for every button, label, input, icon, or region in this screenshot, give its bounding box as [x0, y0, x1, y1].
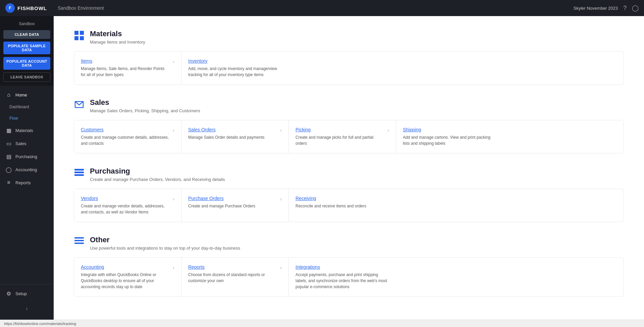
sidebar-item-reports-label: Reports — [15, 180, 31, 185]
section-purchasing-info: Purchasing Create and manage Purchase Or… — [90, 167, 225, 182]
card-integrations[interactable]: Integrations Accept payments, purchase a… — [289, 258, 396, 297]
purchasing-cards-row: Vendors Create and manage vendor details… — [74, 189, 624, 222]
svg-rect-2 — [74, 36, 78, 40]
svg-rect-0 — [74, 31, 78, 35]
sandbox-section: Sandbox CLEAR DATA POPULATE SAMPLE DATA … — [0, 16, 54, 86]
card-vendors-content: Vendors Create and manage vendor details… — [81, 196, 170, 215]
reports-icon: ≡ — [5, 180, 12, 186]
section-materials-title: Materials — [90, 29, 145, 38]
sidebar-item-purchasing[interactable]: ▤ Purchasing — [0, 150, 54, 163]
logo-container: F FISHBOWL — [5, 3, 47, 13]
card-inventory-desc: Add, move, and cycle Inventory and manag… — [188, 66, 282, 78]
leave-sandbox-button[interactable]: LEAVE SANDBOX — [3, 72, 50, 82]
card-customers[interactable]: Customers Create and manage customer det… — [74, 120, 181, 153]
help-icon[interactable]: ? — [623, 5, 627, 12]
fishbowl-logo-icon: F — [5, 3, 15, 13]
card-purchase-orders-desc: Create and manage Purchase Orders — [188, 203, 277, 209]
populate-sample-button[interactable]: POPULATE SAMPLE DATA — [3, 42, 50, 54]
card-accounting[interactable]: Accounting Integrate with either QuickBo… — [74, 258, 181, 297]
svg-rect-9 — [74, 243, 84, 244]
section-sales-info: Sales Manage Sales Orders, Picking, Ship… — [90, 98, 200, 113]
svg-rect-6 — [74, 174, 84, 176]
other-section-icon — [74, 236, 85, 248]
card-reports[interactable]: Reports Choose from dozens of standard r… — [181, 258, 289, 297]
card-customers-content: Customers Create and manage customer det… — [81, 127, 170, 146]
card-accounting-title[interactable]: Accounting — [81, 264, 170, 270]
sidebar-item-reports[interactable]: ≡ Reports — [0, 176, 54, 189]
card-accounting-arrow: › — [173, 265, 174, 270]
card-integrations-content: Integrations Accept payments, purchase a… — [296, 264, 389, 290]
sidebar-item-materials[interactable]: ▦ Materials — [0, 124, 54, 137]
section-sales-desc: Manage Sales Orders, Picking, Shipping, … — [90, 108, 200, 113]
svg-rect-5 — [74, 172, 84, 173]
section-purchasing: Purchasing Create and manage Purchase Or… — [74, 167, 624, 222]
materials-section-icon — [74, 30, 85, 43]
section-sales: Sales Manage Sales Orders, Picking, Ship… — [74, 98, 624, 153]
card-receiving[interactable]: Receiving Reconcile and receive items an… — [289, 189, 396, 222]
card-shipping-desc: Add and manage cartons. View and print p… — [403, 134, 497, 146]
card-picking-title[interactable]: Picking — [296, 127, 385, 132]
card-items-desc: Manage Items, Sale Items, and Reorder Po… — [81, 66, 170, 78]
card-customers-desc: Create and manage customer details, addr… — [81, 134, 170, 146]
card-inventory-title[interactable]: Inventory — [188, 58, 282, 64]
clear-data-button[interactable]: CLEAR DATA — [3, 30, 50, 39]
section-sales-header: Sales Manage Sales Orders, Picking, Ship… — [74, 98, 624, 113]
card-picking[interactable]: Picking Create and manage picks for full… — [289, 120, 396, 153]
sales-icon: ▭ — [5, 140, 12, 147]
sidebar: Sandbox CLEAR DATA POPULATE SAMPLE DATA … — [0, 16, 54, 320]
card-accounting-content: Accounting Integrate with either QuickBo… — [81, 264, 170, 290]
card-integrations-title[interactable]: Integrations — [296, 264, 389, 270]
sidebar-item-sales-label: Sales — [15, 141, 26, 146]
materials-cards-row: Items Manage Items, Sale Items, and Reor… — [74, 51, 624, 85]
card-shipping-content: Shipping Add and manage cartons. View an… — [403, 127, 497, 146]
card-reports-title[interactable]: Reports — [188, 264, 277, 270]
card-vendors[interactable]: Vendors Create and manage vendor details… — [74, 189, 181, 222]
sidebar-item-home[interactable]: ⌂ Home — [0, 88, 54, 101]
card-spacer-1 — [289, 52, 396, 84]
card-inventory[interactable]: Inventory Add, move, and cycle Inventory… — [181, 52, 289, 84]
card-sales-orders-desc: Manage Sales Order details and payments — [188, 134, 277, 140]
sidebar-collapse-button[interactable]: ‹ — [0, 303, 54, 314]
card-vendors-desc: Create and manage vendor details, addres… — [81, 203, 170, 215]
card-inventory-content: Inventory Add, move, and cycle Inventory… — [188, 58, 282, 78]
sidebar-item-dashboard-label: Dashboard — [9, 105, 29, 109]
sidebar-item-materials-label: Materials — [15, 128, 33, 133]
setup-icon: ⚙ — [5, 290, 12, 297]
section-materials: Materials Manage Items and Inventory Ite… — [74, 29, 624, 85]
section-other-info: Other Use powerful tools and integration… — [90, 236, 240, 251]
card-accounting-desc: Integrate with either QuickBooks Online … — [81, 272, 170, 290]
purchasing-section-icon — [74, 168, 85, 179]
status-url: https://fishbowlonline.com/materials/tra… — [4, 322, 76, 326]
sidebar-item-setup[interactable]: ⚙ Setup — [0, 287, 54, 300]
card-purchase-orders-content: Purchase Orders Create and manage Purcha… — [188, 196, 277, 209]
card-sales-orders-title[interactable]: Sales Orders — [188, 127, 277, 132]
sidebar-item-flow[interactable]: Flow — [0, 113, 54, 124]
card-items-title[interactable]: Items — [81, 58, 170, 64]
card-receiving-title[interactable]: Receiving — [296, 196, 389, 201]
card-shipping-title[interactable]: Shipping — [403, 127, 497, 132]
card-purchase-orders-title[interactable]: Purchase Orders — [188, 196, 277, 201]
card-purchase-orders[interactable]: Purchase Orders Create and manage Purcha… — [181, 189, 289, 222]
card-vendors-title[interactable]: Vendors — [81, 196, 170, 201]
topbar-user: Skyler November 2023 — [574, 6, 618, 11]
card-other-spacer — [396, 258, 503, 297]
section-other-title: Other — [90, 236, 240, 244]
topbar-left: F FISHBOWL Sandbox Environment — [5, 3, 104, 13]
populate-account-button[interactable]: POPULATE ACCOUNT DATA — [3, 57, 50, 70]
card-sales-orders[interactable]: Sales Orders Manage Sales Order details … — [181, 120, 289, 153]
sidebar-item-sales[interactable]: ▭ Sales — [0, 137, 54, 150]
section-purchasing-title: Purchasing — [90, 167, 225, 176]
topbar-right: Skyler November 2023 ? ◯ — [574, 4, 639, 12]
card-shipping[interactable]: Shipping Add and manage cartons. View an… — [396, 120, 503, 153]
card-items[interactable]: Items Manage Items, Sale Items, and Reor… — [74, 52, 181, 84]
card-customers-title[interactable]: Customers — [81, 127, 170, 132]
account-icon[interactable]: ◯ — [632, 4, 639, 12]
accounting-icon: ◯ — [5, 167, 12, 173]
sidebar-nav: ⌂ Home Dashboard Flow ▦ Materials ▭ Sale… — [0, 86, 54, 284]
section-materials-info: Materials Manage Items and Inventory — [90, 29, 145, 45]
sidebar-item-dashboard[interactable]: Dashboard — [0, 101, 54, 113]
sidebar-item-setup-label: Setup — [15, 291, 27, 296]
card-sales-orders-content: Sales Orders Manage Sales Order details … — [188, 127, 277, 140]
sidebar-item-home-label: Home — [15, 92, 27, 97]
sidebar-item-accounting[interactable]: ◯ Accounting — [0, 163, 54, 176]
